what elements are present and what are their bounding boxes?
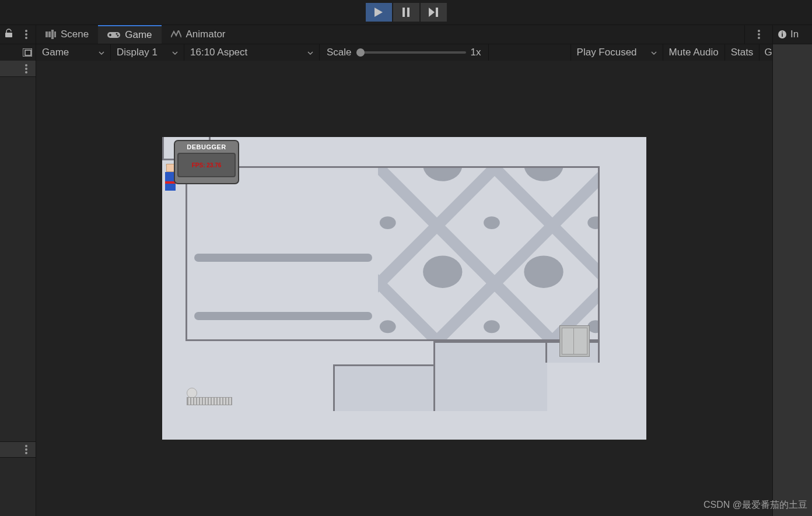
spacer (489, 44, 571, 61)
animator-icon (171, 30, 181, 38)
play-button[interactable] (366, 3, 392, 22)
svg-point-28 (25, 71, 27, 73)
svg-point-29 (25, 445, 27, 447)
maximize-icon (23, 48, 32, 57)
tab-label: Animator (186, 29, 226, 40)
svg-point-30 (25, 448, 27, 451)
maximize-toggle[interactable] (0, 44, 36, 61)
kebab-icon (754, 30, 764, 39)
svg-point-20 (758, 37, 760, 39)
svg-point-23 (782, 31, 783, 33)
dock-controls-left (0, 25, 36, 44)
platform (333, 364, 435, 411)
watermark: CSDN @最爱番茄的土豆 (704, 499, 807, 511)
info-icon (778, 30, 787, 39)
kebab-icon (22, 445, 31, 454)
hierarchy-collapsed (0, 61, 36, 516)
svg-rect-22 (782, 33, 783, 37)
top-toolbar (0, 0, 812, 24)
svg-rect-9 (46, 31, 48, 37)
fps-counter: FPS: 23.76 (192, 162, 222, 169)
lock-icon[interactable] (5, 29, 13, 40)
panel-lower-menu[interactable] (0, 441, 36, 458)
svg-rect-2 (407, 8, 410, 17)
game-toolbar: Game Display 1 16:10 Aspect Scale 1x Pla… (0, 44, 812, 61)
stats-toggle[interactable]: Stats (725, 44, 760, 61)
scale-control: Scale 1x (320, 44, 489, 61)
aspect-dropdown[interactable]: 16:10 Aspect (184, 44, 320, 61)
scale-label: Scale (327, 47, 352, 58)
wall-stripe (194, 312, 372, 320)
step-button[interactable] (421, 3, 447, 22)
svg-point-7 (25, 33, 27, 36)
svg-point-26 (25, 64, 27, 66)
inspector-body (772, 44, 812, 516)
scale-value: 1x (471, 47, 481, 58)
play-mode-dropdown[interactable]: Play Focused (571, 44, 663, 61)
svg-rect-12 (54, 31, 56, 37)
svg-point-31 (25, 452, 27, 454)
svg-point-18 (758, 30, 760, 32)
panel-header-menu[interactable] (0, 61, 36, 77)
svg-point-6 (25, 30, 27, 32)
debugger-body: FPS: 23.76 (177, 153, 236, 177)
inspector-label-partial: In (790, 29, 799, 40)
chevron-down-icon (651, 47, 657, 58)
svg-point-19 (758, 33, 760, 36)
inspector-tab-partial[interactable]: In (772, 25, 812, 44)
svg-point-16 (116, 33, 118, 35)
svg-rect-5 (5, 33, 12, 37)
tab-game[interactable]: Game (98, 25, 161, 44)
debugger-panel: DEBUGGER FPS: 23.76 (174, 140, 239, 184)
chevron-down-icon (307, 47, 313, 58)
tab-label: Game (125, 29, 152, 41)
display-dropdown[interactable]: Display 1 (111, 44, 184, 61)
svg-rect-4 (436, 8, 438, 17)
platform (433, 341, 547, 411)
svg-point-8 (25, 37, 27, 39)
svg-point-17 (117, 35, 119, 37)
pause-button[interactable] (393, 3, 419, 22)
tabs-menu[interactable] (744, 25, 772, 44)
chevron-down-icon (99, 47, 104, 58)
bed-sprite (187, 394, 232, 406)
kebab-icon (22, 64, 31, 73)
kebab-icon[interactable] (22, 30, 31, 39)
gamepad-icon (107, 31, 120, 39)
svg-point-27 (25, 68, 27, 70)
playback-controls (365, 3, 447, 22)
game-viewport[interactable]: DEBUGGER FPS: 23.76 (162, 137, 646, 440)
svg-rect-10 (48, 31, 51, 37)
wall-stripe (194, 254, 372, 262)
game-view-dropdown[interactable]: Game (36, 44, 111, 61)
dropdown-value: Display 1 (117, 47, 158, 58)
game-viewport-container: DEBUGGER FPS: 23.76 (36, 61, 772, 516)
dropdown-value: Game (42, 47, 69, 58)
chevron-down-icon (172, 47, 178, 58)
tab-animator[interactable]: Animator (162, 25, 235, 44)
tab-label: Scene (61, 29, 89, 40)
tab-scene[interactable]: Scene (36, 25, 98, 44)
svg-rect-11 (51, 30, 54, 39)
scene-icon (46, 30, 56, 39)
mute-audio-toggle[interactable]: Mute Audio (663, 44, 725, 61)
svg-rect-1 (402, 8, 405, 17)
debugger-title: DEBUGGER (177, 143, 236, 150)
tabs-row: Scene Game Animator In (0, 24, 812, 44)
svg-rect-25 (25, 50, 31, 55)
svg-rect-15 (109, 34, 111, 36)
scale-slider[interactable] (356, 51, 466, 54)
dropdown-value: Play Focused (577, 47, 637, 58)
svg-marker-3 (429, 8, 435, 17)
dropdown-value: 16:10 Aspect (190, 47, 247, 58)
cabinet-sprite (559, 325, 590, 357)
svg-marker-0 (374, 8, 383, 17)
